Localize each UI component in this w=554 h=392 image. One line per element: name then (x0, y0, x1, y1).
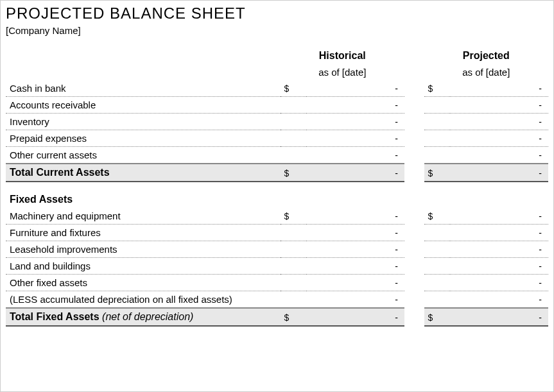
row-label: Other fixed assets (6, 275, 281, 291)
table-row: Furniture and fixtures - - (6, 225, 548, 241)
table-row: Machinery and equipment $ - $ - (6, 208, 548, 225)
table-row: (LESS accumulated depreciation on all fi… (6, 291, 548, 309)
company-name: [Company Name] (6, 25, 548, 36)
row-label: Accounts receivable (6, 97, 281, 114)
hist-value[interactable]: - (306, 97, 404, 114)
historical-header: Historical (281, 47, 404, 64)
hist-value[interactable]: - (306, 80, 404, 97)
total-fixed-assets-row: Total Fixed Assets (net of depreciation)… (6, 308, 548, 326)
currency-symbol: $ (424, 164, 451, 182)
proj-total: - (450, 308, 548, 326)
hist-value[interactable]: - (306, 225, 404, 241)
table-row: Land and buildings - - (6, 258, 548, 275)
total-label: Total Current Assets (6, 164, 281, 182)
row-label: (LESS accumulated depreciation on all fi… (6, 291, 281, 309)
proj-value[interactable]: - (450, 225, 548, 241)
total-current-assets-row: Total Current Assets $ - $ - (6, 164, 548, 182)
hist-value[interactable]: - (306, 114, 404, 130)
total-label-italic: (net of depreciation) (102, 311, 193, 322)
page-title: PROJECTED BALANCE SHEET (6, 4, 548, 22)
historical-asof: as of [date] (281, 64, 404, 80)
proj-total: - (450, 164, 548, 182)
hist-value[interactable]: - (306, 241, 404, 258)
column-header-row: Historical Projected (6, 47, 548, 64)
row-label: Inventory (6, 114, 281, 130)
proj-value[interactable]: - (450, 291, 548, 309)
table-row: Other fixed assets - - (6, 275, 548, 291)
row-label: Leasehold improvements (6, 241, 281, 258)
hist-value[interactable]: - (306, 147, 404, 164)
currency-symbol: $ (281, 164, 307, 182)
hist-value[interactable]: - (306, 208, 404, 225)
balance-table: Historical Projected as of [date] as of … (6, 47, 548, 327)
proj-value[interactable]: - (450, 147, 548, 164)
total-label: Total Fixed Assets (net of depreciation) (6, 308, 281, 326)
table-row: Other current assets - - (6, 147, 548, 164)
proj-value[interactable]: - (450, 80, 548, 97)
row-label: Other current assets (6, 147, 281, 164)
proj-value[interactable]: - (450, 258, 548, 275)
hist-value[interactable]: - (306, 130, 404, 147)
proj-value[interactable]: - (450, 97, 548, 114)
currency-symbol: $ (424, 80, 451, 97)
hist-value[interactable]: - (306, 258, 404, 275)
proj-value[interactable]: - (450, 114, 548, 130)
hist-total: - (306, 164, 404, 182)
projected-asof: as of [date] (424, 64, 548, 80)
fixed-assets-heading-row: Fixed Assets (6, 182, 548, 208)
currency-symbol: $ (424, 308, 451, 326)
proj-value[interactable]: - (450, 241, 548, 258)
table-row: Leasehold improvements - - (6, 241, 548, 258)
row-label: Cash in bank (6, 80, 281, 97)
currency-symbol: $ (281, 80, 307, 97)
table-row: Inventory - - (6, 114, 548, 130)
currency-symbol: $ (281, 208, 307, 225)
column-subheader-row: as of [date] as of [date] (6, 64, 548, 80)
row-label: Prepaid expenses (6, 130, 281, 147)
row-label: Furniture and fixtures (6, 225, 281, 241)
currency-symbol: $ (424, 208, 451, 225)
hist-value[interactable]: - (306, 291, 404, 309)
total-label-bold: Total Fixed Assets (10, 311, 102, 322)
table-row: Accounts receivable - - (6, 97, 548, 114)
proj-value[interactable]: - (450, 275, 548, 291)
proj-value[interactable]: - (450, 130, 548, 147)
currency-symbol: $ (281, 308, 307, 326)
hist-value[interactable]: - (306, 275, 404, 291)
section-heading: Fixed Assets (6, 182, 548, 208)
proj-value[interactable]: - (450, 208, 548, 225)
row-label: Land and buildings (6, 258, 281, 275)
table-row: Cash in bank $ - $ - (6, 80, 548, 97)
table-row: Prepaid expenses - - (6, 130, 548, 147)
projected-header: Projected (424, 47, 548, 64)
balance-sheet: PROJECTED BALANCE SHEET [Company Name] H… (1, 1, 553, 327)
row-label: Machinery and equipment (6, 208, 281, 225)
hist-total: - (306, 308, 404, 326)
